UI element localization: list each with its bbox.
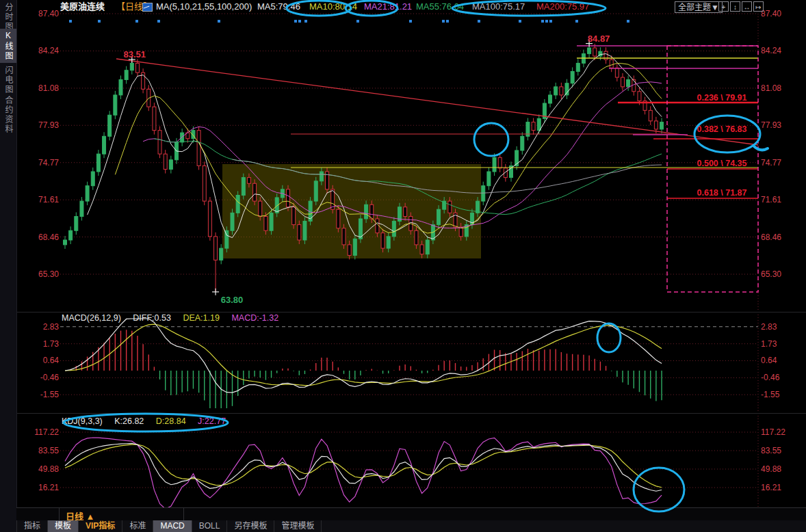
macd-title: MACD(26,12,9) [62, 313, 121, 323]
time-axis: 日线 ▲ [16, 507, 806, 521]
sidebar-item-kline[interactable]: K线图 [0, 29, 16, 63]
macd-macd-value: MACD:-1.32 [231, 313, 278, 323]
sidebar-item-timeline[interactable]: 分时图 [0, 3, 16, 31]
ma55-value: MA55:76.04 [416, 1, 464, 12]
chart-canvas[interactable] [0, 0, 806, 532]
ma10-value: MA10:80.14 [309, 1, 357, 12]
ma-group-label: MA(5,10,21,55,100,200) [156, 1, 252, 12]
kdj-j-value: J:22.77 [198, 416, 226, 426]
tab-管理模板[interactable]: 管理模板 [274, 520, 322, 532]
kdj-pane-header: KDJ(9,3,3) K:26.82 D:28.84 J:22.77 [62, 416, 235, 426]
tab-标准[interactable]: 标准 [122, 520, 153, 532]
sidebar-item-contract[interactable]: 合约资料 [0, 96, 16, 134]
tab-VIP指标[interactable]: VIP指标 [79, 520, 122, 532]
macd-dea-value: DEA:1.19 [183, 313, 220, 323]
move-icon[interactable]: + [718, 1, 729, 12]
sidebar-item-flash[interactable]: 闪电图 [0, 66, 16, 94]
tab-MACD[interactable]: MACD [153, 520, 192, 532]
ma5-value: MA5:79.46 [257, 1, 300, 12]
left-sidebar: 分时图 K线图 闪电图 合约资料 [0, 0, 17, 532]
ma200-value: MA200:75.97 [536, 1, 589, 12]
tab-模板[interactable]: 模板 [48, 520, 79, 532]
chart-header: 美原油连续 【日线】 MA(5,10,21,55,100,200) MA5:79… [16, 0, 806, 14]
macd-diff-value: DIFF:0.53 [133, 313, 171, 323]
tab-另存模板[interactable]: 另存模板 [227, 520, 274, 532]
tab-BOLL[interactable]: BOLL [192, 520, 228, 532]
kdj-title: KDJ(9,3,3) [62, 416, 103, 426]
indicator-tab-bar: 指标模板VIP指标标准MACDBOLL另存模板管理模板 [16, 520, 806, 532]
tab-指标[interactable]: 指标 [16, 520, 48, 532]
pan-right-icon[interactable]: ↦ [753, 1, 764, 12]
ma100-value: MA100:75.17 [472, 1, 525, 12]
symbol-title: 美原油连续 [60, 1, 105, 12]
kdj-k-value: K:26.82 [114, 416, 144, 426]
fit-horizontal-icon[interactable]: ↔ [742, 1, 752, 12]
kline-icon [142, 3, 153, 14]
macd-pane-header: MACD(26,12,9) DIFF:0.53 DEA:1.19 MACD:-1… [62, 313, 288, 323]
kdj-d-value: D:28.84 [156, 416, 186, 426]
theme-selector-button[interactable]: 全部主题▼ [675, 1, 723, 13]
fit-vertical-icon[interactable]: ↕ [730, 1, 740, 12]
ma21-value: MA21:81.21 [364, 1, 412, 12]
